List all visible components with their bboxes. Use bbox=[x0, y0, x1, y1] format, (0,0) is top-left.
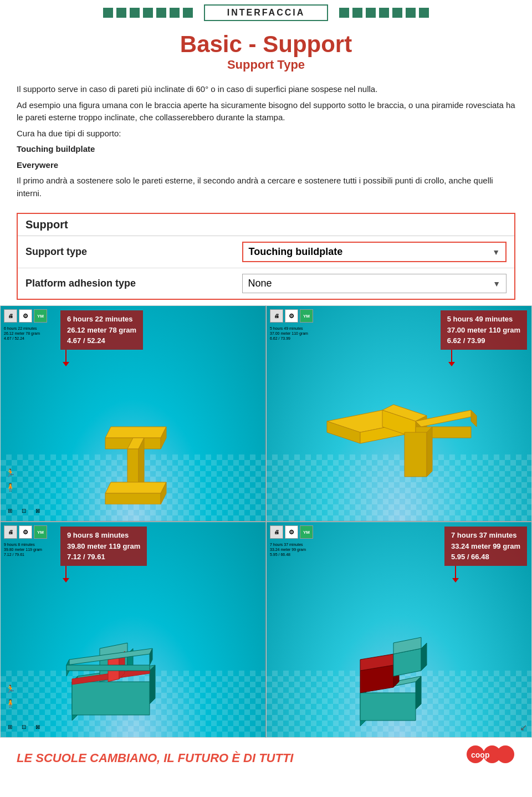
stat-line3-tl: 4.67 / 52.24 bbox=[67, 335, 136, 346]
stat-callout-tr: 5 hours 49 minutes 37.00 meter 110 gram … bbox=[441, 310, 527, 366]
ym-icon-br[interactable]: YM bbox=[300, 525, 313, 539]
side-icon-1[interactable]: 🏃 bbox=[4, 467, 16, 479]
small-stat-br1: 7 hours 37 minutes bbox=[270, 542, 306, 547]
right-squares bbox=[339, 8, 429, 18]
sq bbox=[339, 8, 349, 18]
print-icon[interactable]: 🖨 bbox=[4, 309, 17, 323]
platform-adhesion-row: Platform adhesion type None ▼ bbox=[18, 268, 514, 299]
list-item-1: Touching buildplate bbox=[17, 143, 515, 156]
3d-t-shape-bl bbox=[55, 604, 211, 726]
sq bbox=[116, 8, 126, 18]
sq bbox=[183, 8, 193, 18]
page-title: Basic - Support bbox=[0, 31, 532, 58]
bottom-right-arrow: ↙ bbox=[520, 722, 527, 733]
svg-point-54 bbox=[497, 745, 514, 763]
svg-marker-45 bbox=[360, 693, 416, 721]
3d-t-shape-tr bbox=[316, 388, 482, 499]
side-icons-bl: 🏃 🧍 bbox=[4, 683, 16, 709]
side-icon-bl1[interactable]: 🏃 bbox=[4, 683, 16, 695]
ym-icon-tr[interactable]: YM bbox=[300, 309, 313, 323]
intro-p2: Ad esempio una figura umana con le bracc… bbox=[17, 99, 515, 124]
dropdown-arrow-icon: ▼ bbox=[492, 248, 500, 257]
screenshot-bottom-left: 🖨 ⚙ YM 9 hours 8 minutes 39.80 meter 119… bbox=[0, 522, 266, 738]
settings-icon[interactable]: ⚙ bbox=[19, 309, 32, 323]
support-type-label: Support type bbox=[25, 246, 242, 258]
screenshot-top-left: 🖨 ⚙ YM 6 hours 22 minutes 26.12 meter 78… bbox=[0, 305, 266, 522]
svg-marker-28 bbox=[150, 665, 155, 704]
side-icon-bl2[interactable]: 🧍 bbox=[4, 697, 16, 709]
small-stat-line2: 26.12 meter 78 gram bbox=[4, 331, 40, 336]
intro-p1: Il supporto serve in caso di pareti più … bbox=[17, 83, 515, 96]
platform-adhesion-dropdown[interactable]: None ▼ bbox=[242, 274, 507, 293]
stat-callout-box-tr: 5 hours 49 minutes 37.00 meter 110 gram … bbox=[441, 310, 527, 350]
dropdown-arrow2-icon: ▼ bbox=[493, 279, 500, 288]
ui-panel-header: Support bbox=[18, 214, 514, 236]
footer-text: LE SCUOLE CAMBIANO, IL FUTURO È DI TUTTI bbox=[17, 751, 293, 765]
ym-icon-bl[interactable]: YM bbox=[34, 525, 47, 539]
bottom-icon-3[interactable]: ⊠ bbox=[32, 504, 44, 517]
svg-marker-22 bbox=[405, 432, 427, 477]
stat-line1-br: 7 hours 37 minutes bbox=[451, 530, 520, 541]
stat-callout-box-bl: 9 hours 8 minutes 39.80 meter 119 gram 7… bbox=[60, 527, 147, 566]
sq bbox=[103, 8, 113, 18]
stat-line3-br: 5.95 / 66.48 bbox=[451, 551, 520, 563]
3d-t-shape-br bbox=[338, 593, 460, 726]
settings-icon-tr[interactable]: ⚙ bbox=[285, 309, 298, 323]
bottom-icon-bl1[interactable]: ⊞ bbox=[4, 721, 16, 733]
support-type-value: Touching buildplate bbox=[249, 246, 343, 258]
small-stats-tr: 5 hours 49 minutes 37.00 meter 110 gram … bbox=[270, 326, 308, 341]
ym-icon[interactable]: YM bbox=[34, 309, 47, 323]
bottom-icons-bl: ⊞ ⊡ ⊠ bbox=[4, 721, 44, 733]
stat-line1-tr: 5 hours 49 minutes bbox=[447, 314, 520, 325]
header-label: INTERFACCIA bbox=[227, 8, 305, 17]
sq bbox=[419, 8, 429, 18]
small-stat-tr1: 5 hours 49 minutes bbox=[270, 326, 308, 331]
ui-panel: Support Support type Touching buildplate… bbox=[17, 213, 515, 300]
list-item-2: Everywere bbox=[17, 159, 515, 172]
stat-line3-tr: 6.62 / 73.99 bbox=[447, 335, 520, 346]
svg-marker-2 bbox=[105, 427, 166, 438]
stat-line2-br: 33.24 meter 99 gram bbox=[451, 541, 520, 552]
print-icon-bl[interactable]: 🖨 bbox=[4, 525, 17, 539]
svg-marker-25 bbox=[63, 578, 69, 583]
bottom-icon-2[interactable]: ⊡ bbox=[18, 504, 30, 517]
intro-p4: Il primo andrà a sostenere solo le paret… bbox=[17, 175, 515, 200]
bottom-icon-bl3[interactable]: ⊠ bbox=[32, 721, 44, 733]
screenshot-top-right: 🖨 ⚙ YM 5 hours 49 minutes 37.00 meter 11… bbox=[266, 305, 532, 522]
sq bbox=[130, 8, 140, 18]
bottom-icons-tl: ⊞ ⊡ ⊠ bbox=[4, 504, 44, 517]
sq bbox=[392, 8, 402, 18]
svg-marker-39 bbox=[66, 665, 150, 671]
top-header: INTERFACCIA bbox=[0, 0, 532, 25]
page-subtitle: Support Type bbox=[0, 58, 532, 72]
settings-icon-br[interactable]: ⚙ bbox=[285, 525, 298, 539]
svg-marker-20 bbox=[471, 410, 477, 427]
cell-toolbar-tl: 🖨 ⚙ YM bbox=[4, 309, 47, 323]
stat-callout-bl: 9 hours 8 minutes 39.80 meter 119 gram 7… bbox=[60, 527, 147, 583]
small-stats-tl: 6 hours 22 minutes 26.12 meter 78 gram 4… bbox=[4, 326, 40, 341]
svg-marker-9 bbox=[105, 493, 161, 504]
screenshot-bottom-right: 🖨 ⚙ YM 7 hours 37 minutes 33.24 meter 99… bbox=[266, 522, 532, 738]
bottom-icon-1[interactable]: ⊞ bbox=[4, 504, 16, 517]
small-stat-bl3: 7.12 / 79.61 bbox=[4, 552, 42, 557]
footer: LE SCUOLE CAMBIANO, IL FUTURO È DI TUTTI… bbox=[0, 738, 532, 779]
side-icon-2[interactable]: 🧍 bbox=[4, 481, 16, 493]
print-icon-tr[interactable]: 🖨 bbox=[270, 309, 283, 323]
main-title: Basic - Support Support Type bbox=[0, 31, 532, 72]
bottom-icon-bl2[interactable]: ⊡ bbox=[18, 721, 30, 733]
sq bbox=[170, 8, 180, 18]
stat-line1-bl: 9 hours 8 minutes bbox=[67, 530, 140, 541]
small-stat-line1: 6 hours 22 minutes bbox=[4, 326, 40, 331]
stat-line3-bl: 7.12 / 79.61 bbox=[67, 551, 140, 563]
intro-p3: Cura ha due tipi di supporto: bbox=[17, 127, 515, 140]
support-type-dropdown[interactable]: Touching buildplate ▼ bbox=[242, 242, 507, 262]
svg-marker-23 bbox=[427, 427, 432, 477]
print-icon-br[interactable]: 🖨 bbox=[270, 525, 283, 539]
coop-logo-svg: coop bbox=[466, 744, 515, 772]
settings-icon-bl[interactable]: ⚙ bbox=[19, 525, 32, 539]
sq bbox=[406, 8, 416, 18]
svg-text:coop: coop bbox=[471, 750, 489, 759]
sq bbox=[143, 8, 153, 18]
screenshots-grid: 🖨 ⚙ YM 6 hours 22 minutes 26.12 meter 78… bbox=[0, 305, 532, 738]
callout-arrow-tr bbox=[446, 350, 479, 366]
